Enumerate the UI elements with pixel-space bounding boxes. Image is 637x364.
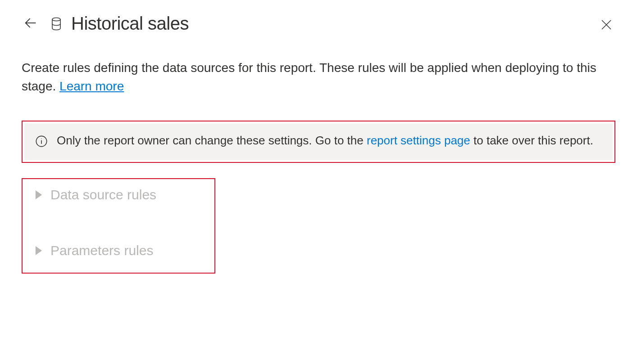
caret-right-icon [35,190,42,199]
svg-marker-8 [36,246,42,255]
parameters-rules-section[interactable]: Parameters rules [35,243,202,258]
rules-sections-highlight: Data source rules Parameters rules [22,178,215,274]
info-text-before-link: Only the report owner can change these s… [57,134,367,147]
close-icon [600,18,613,33]
dataset-icon [50,17,62,31]
info-banner: Only the report owner can change these s… [24,123,613,160]
parameters-rules-label: Parameters rules [50,243,153,258]
info-banner-highlight: Only the report owner can change these s… [22,121,615,163]
info-text-after-link: to take over this report. [473,134,593,147]
info-banner-text: Only the report owner can change these s… [57,132,593,149]
settings-panel: Historical sales Create rules defining t… [0,0,637,287]
description-text: Create rules defining the data sources f… [22,59,615,95]
header-row: Historical sales [22,13,615,34]
caret-right-icon [35,246,42,255]
close-button[interactable] [597,16,615,34]
arrow-left-icon [23,15,38,32]
title-wrap: Historical sales [50,13,189,34]
report-settings-link[interactable]: report settings page [367,134,470,147]
page-title: Historical sales [71,13,189,34]
back-button[interactable] [22,15,40,33]
learn-more-link[interactable]: Learn more [59,79,124,93]
data-source-rules-section[interactable]: Data source rules [35,187,202,202]
svg-point-6 [41,139,41,139]
svg-point-1 [52,18,60,21]
data-source-rules-label: Data source rules [50,187,156,202]
svg-marker-7 [36,190,42,199]
info-icon [35,135,48,149]
